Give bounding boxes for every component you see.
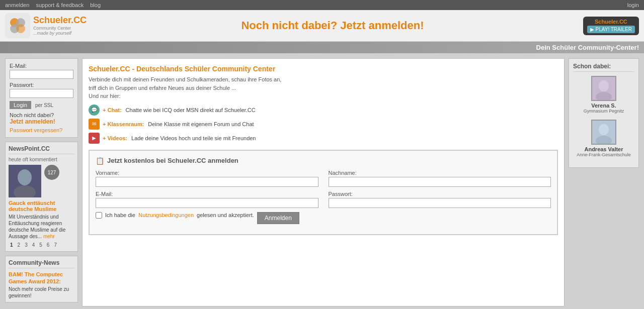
site-desc2: triff dich in Gruppen und erfahre Neues … — [89, 85, 236, 91]
community-news-item-title[interactable]: BAM! The Computec Games Award 2012: — [9, 271, 63, 284]
banner: Dein Schüler Community-Center! — [0, 42, 644, 53]
user-avatar-0 — [591, 76, 616, 101]
community-news-box: Community-News BAM! The Computec Games A… — [5, 256, 78, 302]
noch-nicht-text: Noch nicht dabei? — [10, 112, 73, 118]
page-1[interactable]: 1 — [9, 242, 15, 248]
logo-area: Schueler.CC Community Center ...made by … — [5, 13, 87, 38]
passwort-vergessen-link[interactable]: Passwort vergessen? — [10, 127, 73, 133]
schon-dabei-title: Schon dabei: — [573, 63, 634, 72]
right-sidebar: Schon dabei: Verena S. Gymnasium Pegnitz — [569, 58, 639, 306]
email-input[interactable] — [10, 70, 73, 79]
tos-text1: Ich habe die — [105, 212, 135, 218]
reg-form-row-1: Vorname: Nachname: — [96, 170, 551, 187]
news-item-title[interactable]: Gauck enttäuscht deutsche Muslime — [9, 200, 74, 212]
reg-password-input[interactable] — [329, 198, 551, 208]
page-2[interactable]: 2 — [16, 242, 22, 248]
feature-videos: ▶ + Videos: Lade deine Videos hoch und t… — [89, 133, 558, 144]
jetzt-anmelden-link[interactable]: Jetzt anmelden! — [10, 118, 55, 125]
video-icon: ▶ — [89, 133, 100, 144]
schon-dabei-box: Schon dabei: Verena S. Gymnasium Pegnitz — [569, 58, 639, 168]
site-desc1: Verbinde dich mit deinen Freunden und Sc… — [89, 76, 281, 82]
header-tagline: Noch nicht dabei? Jetzt anmelden! — [87, 19, 579, 32]
user-name-0: Verena S. — [591, 102, 616, 109]
nachname-label: Nachname: — [329, 170, 551, 176]
chat-desc: Chatte wie bei ICQ oder MSN direkt auf S… — [126, 107, 256, 113]
page-5[interactable]: 5 — [38, 242, 44, 248]
logo-name: Schueler.CC — [33, 16, 87, 26]
nav-anmelden[interactable]: anmelden — [5, 2, 29, 8]
tos-checkbox[interactable] — [96, 212, 102, 219]
news-item-image — [9, 165, 41, 197]
user-avatar-1 — [591, 120, 616, 145]
klassen-prefix: + Klassenraum: — [103, 121, 144, 127]
vorname-field: Vorname: — [96, 170, 318, 187]
logo-text-block: Schueler.CC Community Center ...made by … — [33, 16, 87, 36]
klassen-icon: ✉ — [89, 119, 100, 130]
top-navigation: anmelden support & feedback blog login — [0, 0, 644, 10]
site-title-rest: - Deutschlands Schüler Community Center — [130, 65, 276, 73]
user-card-1: Andreas Valter Anne-Frank-Gesamtschule — [573, 120, 634, 157]
top-nav-left: anmelden support & feedback blog — [5, 2, 106, 8]
reg-password-field: Passwort: — [329, 191, 551, 208]
svg-point-8 — [599, 80, 609, 91]
newspoint-subtitle: heute oft kommentiert — [9, 157, 74, 162]
site-title: Schueler.CC - Deutschlands Schüler Commu… — [89, 65, 558, 73]
svg-point-11 — [599, 124, 609, 135]
login-form: E-Mail: Passwort: Login per SSL Noch nic… — [5, 58, 78, 138]
registration-form: 📋 Jetzt kostenlos bei Schueler.CC anmeld… — [89, 150, 558, 235]
center-content: Schueler.CC - Deutschlands Schüler Commu… — [82, 58, 565, 306]
site-desc: Verbinde dich mit deinen Freunden und Sc… — [89, 75, 558, 100]
header-right: Schueler.CC ▶ PLAY! TRAILER — [579, 17, 639, 35]
nachname-input[interactable] — [329, 177, 551, 187]
news-more-link[interactable]: mehr — [43, 234, 55, 239]
news-pagination: 1 2 3 4 5 6 7 — [9, 242, 74, 248]
logo-subtitle: Community Center — [33, 26, 87, 31]
nav-support[interactable]: support & feedback — [36, 2, 84, 8]
main-container: E-Mail: Passwort: Login per SSL Noch nic… — [0, 53, 644, 309]
newspoint-box: NewsPoint.CC heute oft kommentiert 127 G… — [5, 142, 78, 252]
logo-made: ...made by yourself — [33, 31, 87, 36]
newspoint-title: NewsPoint.CC — [9, 145, 74, 154]
nav-blog[interactable]: blog — [90, 2, 101, 8]
reg-submit-button[interactable]: Anmelden — [257, 212, 299, 224]
site-title-cc: CC — [120, 65, 130, 73]
top-nav-right: login — [622, 2, 639, 8]
site-desc3: Und nur hier: — [89, 93, 121, 99]
reg-email-input[interactable] — [96, 198, 318, 208]
password-input[interactable] — [10, 89, 73, 98]
email-label: E-Mail: — [10, 63, 73, 69]
header: Schueler.CC Community Center ...made by … — [0, 10, 644, 42]
nav-login[interactable]: login — [627, 2, 639, 8]
tos-row: Ich habe die Nutzungsbedingungen gelesen… — [96, 212, 551, 224]
page-4[interactable]: 4 — [31, 242, 37, 248]
tagline-cta[interactable]: Jetzt anmelden! — [340, 19, 424, 32]
tos-text2: gelesen und akzeptiert. — [197, 212, 254, 218]
login-button[interactable]: Login — [10, 101, 31, 109]
reg-form-title: Jetzt kostenlos bei Schueler.CC anmelden — [107, 157, 238, 164]
page-3[interactable]: 3 — [23, 242, 29, 248]
trailer-button[interactable]: ▶ PLAY! TRAILER — [587, 26, 635, 33]
ssl-label: per SSL — [35, 102, 53, 108]
news-item-row: 127 — [9, 165, 74, 197]
feature-chat: 💬 + Chat: Chatte wie bei ICQ oder MSN di… — [89, 105, 558, 116]
page-6[interactable]: 6 — [45, 242, 51, 248]
reg-password-label: Passwort: — [329, 191, 551, 197]
vorname-input[interactable] — [96, 177, 318, 187]
banner-text: Dein Schüler Community-Center! — [536, 44, 639, 51]
user-name-1: Andreas Valter — [584, 146, 623, 152]
user-school-1: Anne-Frank-Gesamtschule — [577, 152, 631, 157]
logo-icon — [5, 13, 30, 38]
chat-icon: 💬 — [89, 105, 100, 116]
page-7[interactable]: 7 — [52, 242, 58, 248]
community-news-item-text: Noch mehr coole Preise zu gewinnen! — [9, 286, 74, 299]
logo-cc: .CC — [71, 15, 87, 25]
vorname-label: Vorname: — [96, 170, 318, 176]
reg-form-row-2: E-Mail: Passwort: — [96, 191, 551, 208]
videos-prefix: + Videos: — [103, 135, 127, 141]
reg-form-header: 📋 Jetzt kostenlos bei Schueler.CC anmeld… — [96, 157, 551, 165]
play-logo: Schueler.CC — [595, 19, 627, 25]
features-list: 💬 + Chat: Chatte wie bei ICQ oder MSN di… — [89, 105, 558, 144]
tos-link[interactable]: Nutzungsbedingungen — [138, 212, 194, 218]
logo-name-static: Schueler — [33, 15, 71, 25]
play-trailer[interactable]: Schueler.CC ▶ PLAY! TRAILER — [583, 17, 639, 35]
